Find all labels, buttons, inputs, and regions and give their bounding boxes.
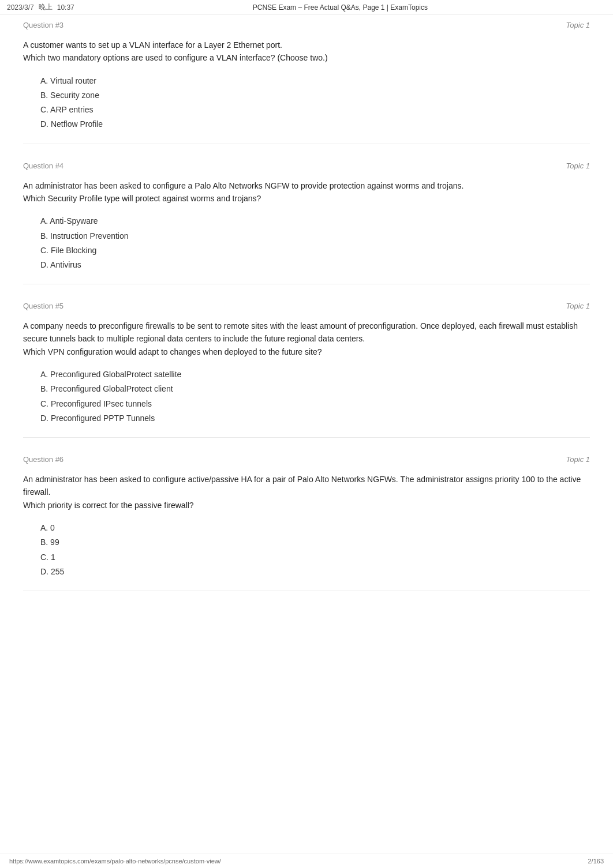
option-item-q3-1: B. Security zone: [40, 88, 590, 103]
option-item-q6-2: C. 1: [40, 550, 590, 565]
question-text-q3: A customer wants to set up a VLAN interf…: [23, 39, 590, 65]
option-item-q6-1: B. 99: [40, 535, 590, 550]
question-text-q5: A company needs to preconfigure firewall…: [23, 320, 590, 358]
question-header-q3: Question #3Topic 1: [23, 21, 590, 29]
footer-bar: https://www.examtopics.com/exams/palo-al…: [0, 854, 613, 868]
option-item-q6-0: A. 0: [40, 521, 590, 535]
date-display: 2023/3/7: [7, 3, 34, 12]
footer-page-number: 2/163: [588, 858, 604, 865]
option-item-q4-0: A. Anti-Spyware: [40, 214, 590, 228]
option-item-q3-0: A. Virtual router: [40, 74, 590, 88]
time-display: 10:37: [57, 3, 74, 12]
question-text-q6: An administrator has been asked to confi…: [23, 473, 590, 512]
option-item-q4-1: B. Instruction Prevention: [40, 229, 590, 243]
page-content: Question #3Topic 1A customer wants to se…: [0, 15, 613, 632]
question-block-q6: Question #6Topic 1An administrator has b…: [23, 455, 590, 591]
option-item-q5-2: C. Preconfigured IPsec tunnels: [40, 397, 590, 411]
option-item-q5-0: A. Preconfigured GlobalProtect satellite: [40, 367, 590, 382]
question-number-q3: Question #3: [23, 21, 63, 29]
question-text-q4: An administrator has been asked to confi…: [23, 179, 590, 205]
options-q4: A. Anti-SpywareB. Instruction Prevention…: [40, 214, 590, 272]
option-item-q3-3: D. Netflow Profile: [40, 117, 590, 131]
top-bar-left: 2023/3/7 晚上 10:37: [7, 2, 74, 12]
option-item-q5-1: B. Preconfigured GlobalProtect client: [40, 382, 590, 396]
question-block-q4: Question #4Topic 1An administrator has b…: [23, 161, 590, 285]
footer-url: https://www.examtopics.com/exams/palo-al…: [9, 858, 221, 865]
question-topic-q4: Topic 1: [566, 161, 590, 170]
question-header-q6: Question #6Topic 1: [23, 455, 590, 464]
option-item-q4-3: D. Antivirus: [40, 258, 590, 272]
options-q6: A. 0B. 99C. 1D. 255: [40, 521, 590, 579]
question-header-q4: Question #4Topic 1: [23, 161, 590, 170]
question-number-q4: Question #4: [23, 161, 63, 170]
top-bar: 2023/3/7 晚上 10:37 PCNSE Exam – Free Actu…: [0, 0, 613, 15]
option-item-q6-3: D. 255: [40, 565, 590, 579]
options-q5: A. Preconfigured GlobalProtect satellite…: [40, 367, 590, 426]
question-topic-q3: Topic 1: [566, 21, 590, 29]
option-item-q5-3: D. Preconfigured PPTP Tunnels: [40, 411, 590, 426]
question-header-q5: Question #5Topic 1: [23, 302, 590, 310]
option-item-q3-2: C. ARP entries: [40, 103, 590, 117]
question-block-q3: Question #3Topic 1A customer wants to se…: [23, 21, 590, 144]
option-item-q4-2: C. File Blocking: [40, 243, 590, 258]
question-topic-q6: Topic 1: [566, 455, 590, 464]
options-q3: A. Virtual routerB. Security zoneC. ARP …: [40, 74, 590, 132]
page-title: PCNSE Exam – Free Actual Q&As, Page 1 | …: [253, 3, 428, 12]
time-label: 晚上: [39, 2, 53, 12]
question-block-q5: Question #5Topic 1A company needs to pre…: [23, 302, 590, 438]
question-number-q6: Question #6: [23, 455, 63, 464]
question-number-q5: Question #5: [23, 302, 63, 310]
question-topic-q5: Topic 1: [566, 302, 590, 310]
